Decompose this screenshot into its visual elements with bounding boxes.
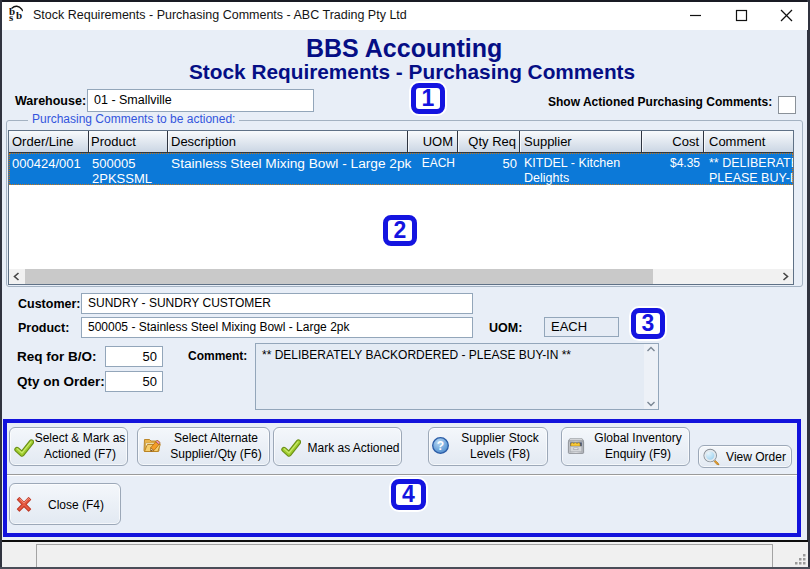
svg-text:s: s (9, 11, 14, 23)
svg-text:?: ? (437, 439, 444, 453)
svg-text:b: b (16, 9, 22, 21)
